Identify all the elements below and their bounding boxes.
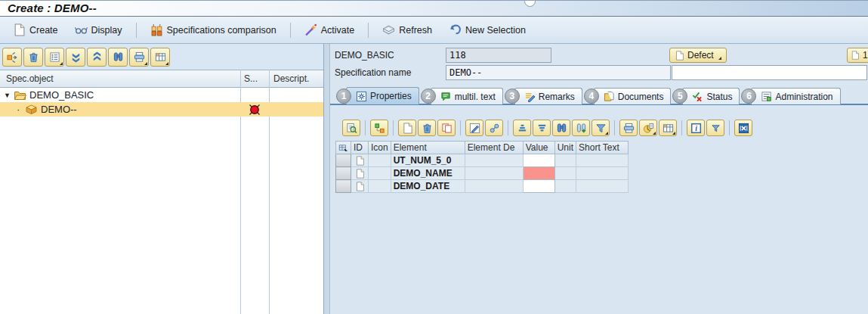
- row-selector[interactable]: [336, 167, 351, 180]
- tab-administration[interactable]: Administration: [751, 88, 840, 104]
- short-text-cell[interactable]: [576, 180, 629, 193]
- tree-node-demo[interactable]: · DEMO--: [0, 102, 323, 117]
- value-cell-error[interactable]: [523, 167, 554, 180]
- unit-cell[interactable]: [554, 154, 576, 167]
- main-area: Spec.object S... Descript. ▼ DEMO_BASIC …: [0, 44, 868, 314]
- short-text-cell[interactable]: [576, 154, 629, 167]
- find-button[interactable]: [552, 120, 570, 136]
- tab-number-badge: 2: [421, 89, 436, 104]
- table-header-row: ID Icon Element Element De Value Unit Sh…: [336, 141, 629, 154]
- print-button[interactable]: [129, 48, 149, 67]
- expander-triangle-icon[interactable]: ▼: [4, 92, 11, 99]
- detail-list-button[interactable]: [45, 48, 64, 67]
- short-text-cell[interactable]: [576, 167, 629, 180]
- tab-remarks[interactable]: Remarks: [514, 88, 582, 104]
- tab-documents[interactable]: Documents: [594, 88, 672, 104]
- copy-row-button[interactable]: [437, 120, 456, 136]
- sort-ascending-button[interactable]: [513, 120, 531, 136]
- link-button[interactable]: [485, 120, 503, 136]
- tab-status[interactable]: Status: [682, 88, 740, 104]
- spec-name-translation-field[interactable]: [672, 65, 867, 80]
- info-button[interactable]: i: [687, 120, 705, 136]
- layout-button[interactable]: [659, 120, 677, 136]
- display-button[interactable]: Display: [68, 20, 129, 40]
- id-cell[interactable]: [351, 154, 369, 167]
- export-button[interactable]: [639, 120, 657, 136]
- column-short-text[interactable]: Short Text: [576, 141, 629, 154]
- new-row-button[interactable]: [398, 120, 416, 136]
- delete-row-button[interactable]: [418, 120, 436, 136]
- select-all-icon: [338, 143, 348, 153]
- column-spec-object[interactable]: Spec.object: [6, 73, 54, 84]
- find-next-icon: [576, 123, 587, 134]
- top-edge-handle[interactable]: [524, 0, 536, 7]
- id-cell[interactable]: [351, 167, 369, 180]
- close-x-icon: [738, 123, 749, 134]
- collapse-all-button[interactable]: [66, 48, 85, 67]
- find-icon: [556, 123, 567, 134]
- column-status[interactable]: S...: [244, 73, 258, 84]
- column-description[interactable]: Descript.: [273, 73, 309, 84]
- close-values-button[interactable]: [734, 120, 752, 136]
- glasses-icon: [75, 23, 88, 36]
- comparison-icon: [150, 23, 163, 36]
- unit-cell[interactable]: [554, 167, 576, 180]
- value-cell[interactable]: [523, 154, 554, 167]
- column-icon[interactable]: Icon: [369, 141, 391, 154]
- panel-splitter[interactable]: [323, 44, 330, 314]
- filter-values-button[interactable]: [706, 120, 724, 136]
- page-count-label: 1: [863, 50, 868, 61]
- select-all-cell[interactable]: [336, 141, 351, 154]
- refresh-button[interactable]: Refresh: [375, 20, 439, 40]
- defect-button[interactable]: Defect: [669, 48, 727, 63]
- row-selector[interactable]: [336, 180, 351, 193]
- info-icon: i: [690, 123, 702, 134]
- column-id[interactable]: ID: [351, 141, 369, 154]
- element-de-cell: [465, 154, 523, 167]
- activate-button[interactable]: Activate: [298, 20, 361, 40]
- properties-toolbar: i: [342, 120, 868, 136]
- table-row: UT_NUM_5_0: [336, 154, 629, 167]
- delete-icon: [28, 51, 39, 63]
- toolbar-separator: [368, 23, 369, 38]
- spec-name-field[interactable]: DEMO--: [446, 65, 671, 80]
- sort-asc-icon: [517, 123, 528, 134]
- transfer-button[interactable]: [2, 48, 22, 67]
- expand-all-button[interactable]: [87, 48, 107, 67]
- spec-type-value-field[interactable]: 118: [446, 48, 551, 63]
- create-button[interactable]: Create: [6, 20, 65, 40]
- red-status-icon[interactable]: [249, 104, 261, 116]
- edit-button[interactable]: [465, 120, 483, 136]
- tab-unit: 2 multil. text: [421, 88, 503, 104]
- row-selector[interactable]: [336, 154, 351, 167]
- tab-unit: 6 Administration: [741, 88, 840, 104]
- delete-button[interactable]: [23, 48, 43, 67]
- tab-unit: 5 Status: [672, 88, 740, 104]
- column-unit[interactable]: Unit: [554, 141, 576, 154]
- sort-descending-button[interactable]: [533, 120, 551, 136]
- table-layout-button[interactable]: [150, 48, 170, 67]
- column-value[interactable]: Value: [523, 141, 554, 154]
- filter-button[interactable]: [592, 120, 610, 136]
- column-element-de[interactable]: Element De: [465, 141, 523, 154]
- page-count-button[interactable]: 1: [847, 48, 868, 63]
- find-next-button[interactable]: [572, 120, 590, 136]
- hierarchy-button[interactable]: [370, 120, 388, 136]
- tab-multilingual-text[interactable]: multil. text: [431, 88, 503, 104]
- tab-properties[interactable]: Properties: [346, 87, 419, 104]
- copy-row-icon: [441, 123, 453, 134]
- specifications-comparison-button[interactable]: Specifications comparison: [144, 20, 283, 40]
- sort-desc-icon: [536, 123, 548, 134]
- print-button[interactable]: [619, 120, 638, 136]
- element-cell: UT_NUM_5_0: [391, 154, 465, 167]
- new-selection-button[interactable]: New Selection: [442, 20, 533, 40]
- column-element[interactable]: Element: [391, 141, 465, 154]
- dropdown-arrow-icon: [60, 62, 63, 65]
- sap-window: Create : DEMO-- Create Display Specifica…: [0, 0, 868, 314]
- unit-cell[interactable]: [554, 180, 576, 193]
- tree-node-demo-basic[interactable]: ▼ DEMO_BASIC: [0, 88, 323, 102]
- find-button[interactable]: [108, 48, 128, 67]
- id-cell[interactable]: [351, 180, 369, 193]
- detail-magnifier-button[interactable]: [342, 120, 360, 136]
- value-cell[interactable]: [523, 180, 554, 193]
